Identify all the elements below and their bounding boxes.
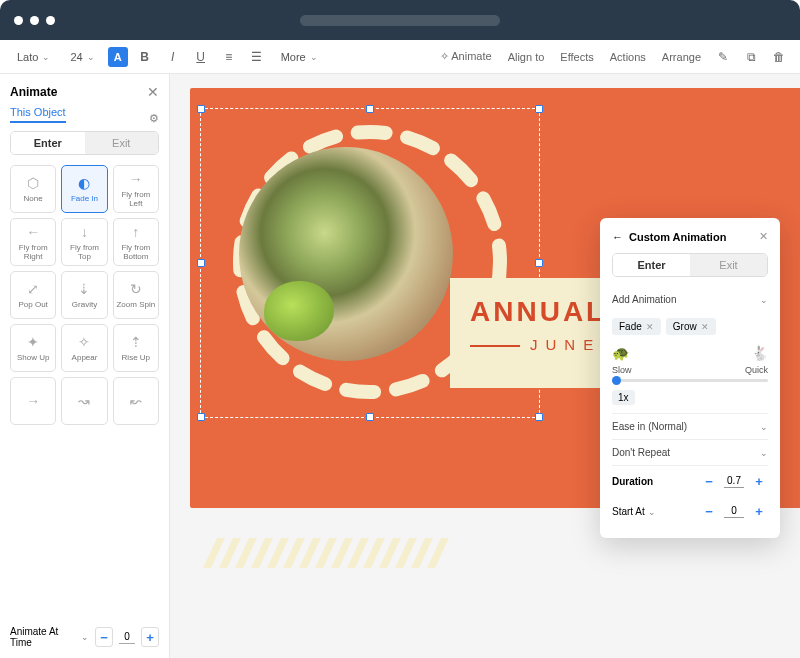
handle-bl[interactable] [197,413,205,421]
handle-tr[interactable] [535,105,543,113]
time-decrement[interactable]: − [95,627,113,647]
anim-extra-3[interactable]: ↜ [113,377,159,425]
arrange-button[interactable]: Arrange [657,49,706,65]
dot-max[interactable] [46,16,55,25]
time-label: Animate At Time [10,626,75,648]
popup-tabs: Enter Exit [612,253,768,277]
start-label: Start At [612,506,645,517]
tab-enter[interactable]: Enter [11,132,85,154]
custom-animation-popup: ←Custom Animation ✕ Enter Exit Add Anima… [600,218,780,538]
tab-exit[interactable]: Exit [85,132,159,154]
duration-decrement[interactable]: − [700,472,718,490]
popup-close-icon[interactable]: ✕ [759,230,768,243]
anim-extra-2[interactable]: ↝ [61,377,107,425]
italic-button[interactable]: I [162,46,184,68]
underline-button[interactable]: U [190,46,212,68]
anim-rise-up[interactable]: ⇡Rise Up [113,324,159,372]
turtle-icon: 🐢 [612,345,629,361]
popup-tab-enter[interactable]: Enter [613,254,690,276]
slider-handle[interactable] [612,376,621,385]
close-icon[interactable]: ✕ [147,84,159,100]
dot-close[interactable] [14,16,23,25]
handle-bm[interactable] [366,413,374,421]
anim-none[interactable]: ⬡None [10,165,56,213]
lime-shape [264,281,334,341]
effects-button[interactable]: Effects [555,49,598,65]
handle-ml[interactable] [197,259,205,267]
top-toolbar: Lato⌄ 24⌄ A B I U ≡ ☰ More⌄ ✧ Animate Al… [0,40,800,74]
add-animation-row[interactable]: Add Animation⌄ [612,287,768,312]
popup-title: Custom Animation [629,231,726,243]
animate-panel: Animate ✕ This Object ⚙ Enter Exit ⬡None… [0,74,170,658]
more-menu[interactable]: More⌄ [274,48,325,66]
time-chevron-icon[interactable]: ⌄ [81,632,89,642]
wand-icon[interactable]: ✎ [712,46,734,68]
start-increment[interactable]: + [750,502,768,520]
stripes-bottom [210,538,442,568]
anim-gravity[interactable]: ⇣Gravity [61,271,107,319]
start-value[interactable]: 0 [724,505,744,518]
handle-mr[interactable] [535,259,543,267]
chips-row: Fade✕ Grow✕ [612,318,768,335]
actions-button[interactable]: Actions [605,49,651,65]
handle-tl[interactable] [197,105,205,113]
chip-fade[interactable]: Fade✕ [612,318,661,335]
anim-fly-top[interactable]: ↓Fly from Top [61,218,107,266]
duration-label: Duration [612,476,653,487]
enter-exit-tabs: Enter Exit [10,131,159,155]
anim-appear[interactable]: ✧Appear [61,324,107,372]
animation-grid: ⬡None ◐Fade In →Fly from Left ←Fly from … [10,165,159,425]
duration-value[interactable]: 0.7 [724,475,744,488]
anim-fly-left[interactable]: →Fly from Left [113,165,159,213]
slow-label: Slow [612,365,632,375]
ease-row[interactable]: Ease in (Normal)⌄ [612,413,768,439]
anim-show-up[interactable]: ✦Show Up [10,324,56,372]
quick-label: Quick [745,365,768,375]
copy-icon[interactable]: ⧉ [740,46,762,68]
dot-min[interactable] [30,16,39,25]
font-size-select[interactable]: 24⌄ [63,48,101,66]
time-value[interactable]: 0 [119,631,135,644]
popup-tab-exit[interactable]: Exit [690,254,767,276]
duration-increment[interactable]: + [750,472,768,490]
chevron-down-icon: ⌄ [760,295,768,305]
chip-remove-icon[interactable]: ✕ [646,322,654,332]
bold-button[interactable]: B [134,46,156,68]
gear-icon[interactable]: ⚙ [149,112,159,125]
anim-fade-in[interactable]: ◐Fade In [61,165,107,213]
rabbit-icon: 🐇 [751,345,768,361]
start-decrement[interactable]: − [700,502,718,520]
time-row: Animate At Time ⌄ − 0 + [10,626,159,648]
speed-slider[interactable] [612,379,768,382]
anim-extra-1[interactable]: → [10,377,56,425]
time-increment[interactable]: + [141,627,159,647]
trash-icon[interactable]: 🗑 [768,46,790,68]
align-button[interactable]: ≡ [218,46,240,68]
food-photo [239,147,453,361]
browser-chrome [0,0,800,40]
list-button[interactable]: ☰ [246,46,268,68]
animate-button[interactable]: ✧ Animate [435,48,497,65]
anim-pop-out[interactable]: ⤢Pop Out [10,271,56,319]
anim-fly-bottom[interactable]: ↑Fly from Bottom [113,218,159,266]
anim-zoom-spin[interactable]: ↻Zoom Spin [113,271,159,319]
chip-remove-icon[interactable]: ✕ [701,322,709,332]
anim-fly-right[interactable]: ←Fly from Right [10,218,56,266]
panel-title: Animate [10,85,57,99]
window-dots [14,16,55,25]
back-arrow-icon[interactable]: ← [612,231,623,243]
text-color-button[interactable]: A [108,47,128,67]
chip-grow[interactable]: Grow✕ [666,318,716,335]
speed-multiplier[interactable]: 1x [612,390,635,405]
object-tab[interactable]: This Object [10,106,66,123]
url-bar[interactable] [300,15,500,26]
start-chevron-icon[interactable]: ⌄ [648,507,656,517]
font-select[interactable]: Lato⌄ [10,48,57,66]
align-to-button[interactable]: Align to [503,49,550,65]
handle-br[interactable] [535,413,543,421]
repeat-row[interactable]: Don't Repeat⌄ [612,439,768,465]
handle-tm[interactable] [366,105,374,113]
